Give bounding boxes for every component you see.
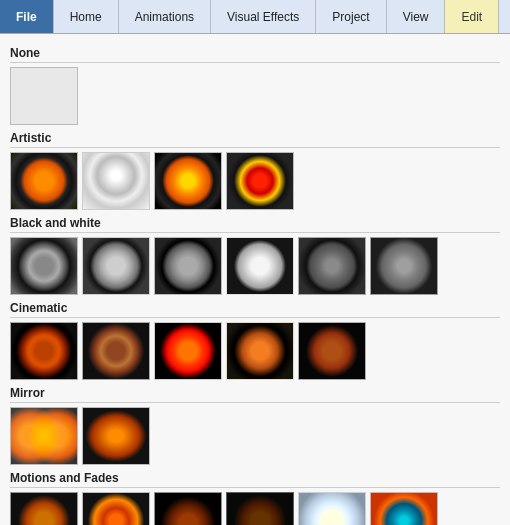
effect-mf-1[interactable] [10, 492, 78, 525]
artistic-row [10, 152, 500, 210]
effects-panel: None Artistic Black and white Cinematic … [0, 34, 510, 525]
tab-project[interactable]: Project [316, 0, 386, 33]
section-mirror-label: Mirror [10, 386, 500, 403]
tab-edit[interactable]: Edit [445, 0, 499, 33]
tab-home[interactable]: Home [54, 0, 119, 33]
effect-none-thumb[interactable] [10, 67, 78, 125]
effect-mf-3[interactable] [154, 492, 222, 525]
bw-row [10, 237, 500, 295]
section-bw-label: Black and white [10, 216, 500, 233]
effect-bw-5[interactable] [298, 237, 366, 295]
effect-artistic-1[interactable] [10, 152, 78, 210]
effect-cinematic-5[interactable] [298, 322, 366, 380]
mirror-row [10, 407, 500, 465]
effect-artistic-3[interactable] [154, 152, 222, 210]
effect-artistic-4[interactable] [226, 152, 294, 210]
effect-mf-5[interactable] [298, 492, 366, 525]
effect-bw-6[interactable] [370, 237, 438, 295]
effect-mirror-2[interactable] [82, 407, 150, 465]
effect-artistic-2[interactable] [82, 152, 150, 210]
none-row [10, 67, 500, 125]
cinematic-row [10, 322, 500, 380]
tab-file[interactable]: File [0, 0, 54, 33]
section-cinematic-label: Cinematic [10, 301, 500, 318]
effect-bw-1[interactable] [10, 237, 78, 295]
effect-bw-4[interactable] [226, 237, 294, 295]
effect-bw-3[interactable] [154, 237, 222, 295]
tab-bar: File Home Animations Visual Effects Proj… [0, 0, 510, 34]
effect-mf-2[interactable] [82, 492, 150, 525]
motions-row-container: Fade out to black [10, 492, 500, 525]
tab-view[interactable]: View [387, 0, 446, 33]
effect-cinematic-4[interactable] [226, 322, 294, 380]
effect-mf-6[interactable] [370, 492, 438, 525]
effect-cinematic-1[interactable] [10, 322, 78, 380]
effect-mirror-1[interactable] [10, 407, 78, 465]
section-none-label: None [10, 46, 500, 63]
effect-bw-2[interactable] [82, 237, 150, 295]
section-motions-label: Motions and Fades [10, 471, 500, 488]
effect-mf-4[interactable] [226, 492, 294, 525]
motions-row [10, 492, 500, 525]
effect-cinematic-2[interactable] [82, 322, 150, 380]
effect-cinematic-3[interactable] [154, 322, 222, 380]
tab-animations[interactable]: Animations [119, 0, 211, 33]
tab-visual-effects[interactable]: Visual Effects [211, 0, 316, 33]
section-artistic-label: Artistic [10, 131, 500, 148]
